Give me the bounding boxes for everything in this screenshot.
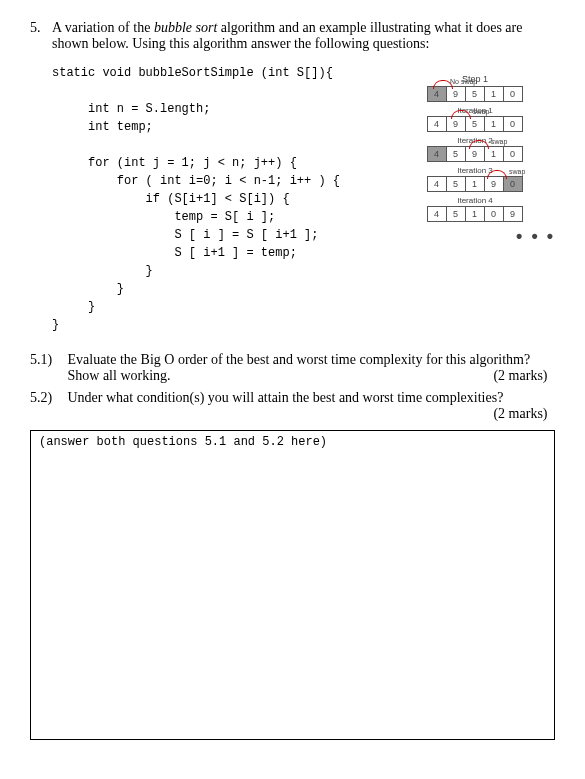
iteration-label: Iteration 4 [395, 196, 555, 205]
swap-label: swap [491, 138, 507, 145]
array-cell: 0 [503, 146, 523, 162]
array-row: 4 5 1 0 9 [395, 206, 555, 222]
subquestion-1: 5.1) Evaluate the Big O order of the bes… [30, 352, 555, 384]
subq-text: Evaluate the Big O order of the best and… [68, 352, 548, 384]
marks-label: (2 marks) [493, 368, 547, 384]
ellipsis-icon: • • • [395, 226, 555, 247]
algorithm-term: bubble sort [154, 20, 217, 35]
array-cell: 5 [446, 206, 466, 222]
subquestion-2: 5.2) Under what condition(s) you will at… [30, 390, 555, 422]
subq-text: Under what condition(s) you will attain … [68, 390, 548, 422]
array-cell: 1 [465, 176, 485, 192]
array-cell: 1 [465, 206, 485, 222]
code-block: static void bubbleSortSimple (int S[]){ … [52, 64, 352, 334]
array-row: swap 4 5 1 9 0 [395, 176, 555, 192]
array-cell: 4 [427, 116, 447, 132]
answer-placeholder: (answer both questions 5.1 and 5.2 here) [39, 435, 327, 449]
swap-label: swap [509, 168, 525, 175]
array-cell: 4 [427, 176, 447, 192]
array-cell: 4 [427, 206, 447, 222]
array-cell: 4 [427, 146, 447, 162]
subq-number: 5.2) [30, 390, 64, 406]
swap-arc-icon [451, 110, 471, 119]
bubble-sort-diagram: Step 1 No swap 4 9 5 1 0 Iteration 1 swa… [395, 74, 555, 247]
question-text: A variation of the bubble sort algorithm… [52, 20, 555, 52]
array-cell: 9 [503, 206, 523, 222]
array-cell: 5 [446, 146, 466, 162]
array-cell: 0 [503, 116, 523, 132]
iteration-label: Iteration 3 [395, 166, 555, 175]
swap-label: swap [473, 108, 489, 115]
array-cell: 1 [484, 86, 504, 102]
swap-arc-icon [487, 170, 507, 179]
answer-box[interactable]: (answer both questions 5.1 and 5.2 here) [30, 430, 555, 740]
swap-label: No swap [450, 78, 477, 85]
array-cell: 5 [465, 86, 485, 102]
array-row: swap 4 9 5 1 0 [395, 116, 555, 132]
array-cell: 0 [503, 86, 523, 102]
array-row: No swap 4 9 5 1 0 [395, 86, 555, 102]
array-cell: 5 [446, 176, 466, 192]
question-header: 5. A variation of the bubble sort algori… [30, 20, 555, 52]
array-cell: 0 [484, 206, 504, 222]
array-row: swap 4 5 9 1 0 [395, 146, 555, 162]
marks-label: (2 marks) [493, 406, 547, 422]
array-cell: 1 [484, 116, 504, 132]
question-number: 5. [30, 20, 52, 36]
subq-number: 5.1) [30, 352, 64, 368]
swap-arc-icon [469, 140, 489, 149]
